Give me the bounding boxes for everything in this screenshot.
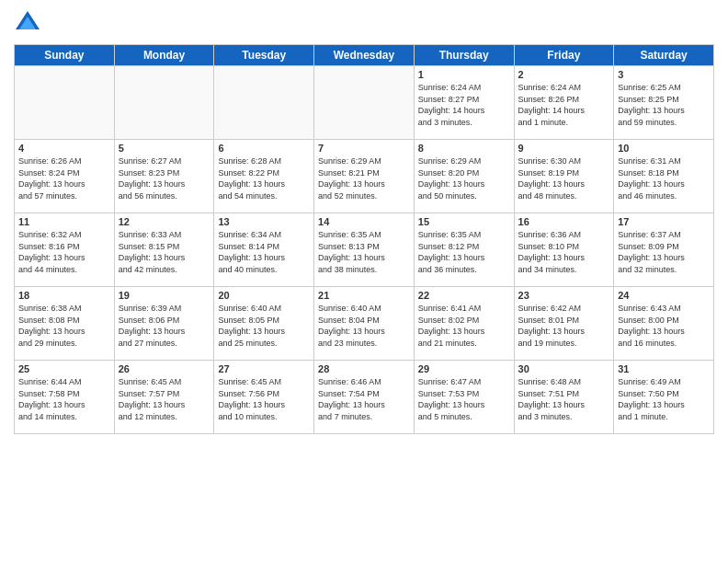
day-number: 31	[618, 363, 710, 374]
day-info: Sunrise: 6:45 AM Sunset: 7:56 PM Dayligh…	[218, 376, 310, 422]
day-header-saturday: Saturday	[614, 45, 714, 66]
day-cell: 13Sunrise: 6:34 AM Sunset: 8:14 PM Dayli…	[214, 213, 314, 287]
day-info: Sunrise: 6:48 AM Sunset: 7:51 PM Dayligh…	[518, 376, 610, 422]
day-cell: 17Sunrise: 6:37 AM Sunset: 8:09 PM Dayli…	[614, 213, 714, 287]
day-number: 10	[618, 143, 710, 154]
day-number: 2	[518, 69, 610, 80]
day-number: 14	[318, 216, 410, 227]
day-info: Sunrise: 6:47 AM Sunset: 7:53 PM Dayligh…	[418, 376, 510, 422]
day-cell: 4Sunrise: 6:26 AM Sunset: 8:24 PM Daylig…	[15, 140, 115, 213]
day-cell: 27Sunrise: 6:45 AM Sunset: 7:56 PM Dayli…	[214, 361, 314, 434]
day-info: Sunrise: 6:37 AM Sunset: 8:09 PM Dayligh…	[618, 229, 710, 275]
day-number: 21	[318, 290, 410, 301]
day-info: Sunrise: 6:36 AM Sunset: 8:10 PM Dayligh…	[518, 229, 610, 275]
day-number: 8	[418, 143, 510, 154]
day-cell: 3Sunrise: 6:25 AM Sunset: 8:25 PM Daylig…	[614, 66, 714, 140]
day-number: 26	[119, 363, 210, 374]
day-cell: 30Sunrise: 6:48 AM Sunset: 7:51 PM Dayli…	[514, 361, 614, 434]
day-info: Sunrise: 6:40 AM Sunset: 8:05 PM Dayligh…	[218, 303, 310, 349]
day-cell	[114, 66, 214, 140]
day-cell: 28Sunrise: 6:46 AM Sunset: 7:54 PM Dayli…	[314, 361, 415, 434]
day-info: Sunrise: 6:39 AM Sunset: 8:06 PM Dayligh…	[119, 303, 210, 349]
day-cell: 26Sunrise: 6:45 AM Sunset: 7:57 PM Dayli…	[114, 361, 214, 434]
week-row-2: 4Sunrise: 6:26 AM Sunset: 8:24 PM Daylig…	[15, 140, 714, 213]
day-cell	[214, 66, 314, 140]
day-header-thursday: Thursday	[414, 45, 514, 66]
logo-icon	[14, 9, 41, 37]
day-info: Sunrise: 6:43 AM Sunset: 8:00 PM Dayligh…	[618, 303, 710, 349]
day-number: 23	[518, 290, 610, 301]
day-cell: 23Sunrise: 6:42 AM Sunset: 8:01 PM Dayli…	[514, 287, 614, 361]
day-cell: 24Sunrise: 6:43 AM Sunset: 8:00 PM Dayli…	[614, 287, 714, 361]
day-info: Sunrise: 6:26 AM Sunset: 8:24 PM Dayligh…	[18, 155, 110, 201]
day-number: 12	[119, 216, 210, 227]
day-info: Sunrise: 6:30 AM Sunset: 8:19 PM Dayligh…	[518, 155, 610, 201]
day-info: Sunrise: 6:42 AM Sunset: 8:01 PM Dayligh…	[518, 303, 610, 349]
day-cell: 29Sunrise: 6:47 AM Sunset: 7:53 PM Dayli…	[414, 361, 514, 434]
day-cell: 8Sunrise: 6:29 AM Sunset: 8:20 PM Daylig…	[414, 140, 514, 213]
day-cell: 5Sunrise: 6:27 AM Sunset: 8:23 PM Daylig…	[114, 140, 214, 213]
day-cell	[314, 66, 415, 140]
day-info: Sunrise: 6:24 AM Sunset: 8:27 PM Dayligh…	[418, 82, 510, 128]
day-number: 7	[318, 143, 410, 154]
day-number: 17	[618, 216, 710, 227]
day-cell: 19Sunrise: 6:39 AM Sunset: 8:06 PM Dayli…	[114, 287, 214, 361]
day-cell: 6Sunrise: 6:28 AM Sunset: 8:22 PM Daylig…	[214, 140, 314, 213]
day-cell	[15, 66, 115, 140]
day-cell: 7Sunrise: 6:29 AM Sunset: 8:21 PM Daylig…	[314, 140, 415, 213]
calendar: SundayMondayTuesdayWednesdayThursdayFrid…	[14, 44, 714, 434]
day-number: 4	[18, 143, 110, 154]
day-cell: 11Sunrise: 6:32 AM Sunset: 8:16 PM Dayli…	[15, 213, 115, 287]
day-info: Sunrise: 6:32 AM Sunset: 8:16 PM Dayligh…	[18, 229, 110, 275]
day-cell: 12Sunrise: 6:33 AM Sunset: 8:15 PM Dayli…	[114, 213, 214, 287]
day-number: 22	[418, 290, 510, 301]
week-row-1: 1Sunrise: 6:24 AM Sunset: 8:27 PM Daylig…	[15, 66, 714, 140]
day-number: 20	[218, 290, 310, 301]
day-header-wednesday: Wednesday	[314, 45, 415, 66]
day-info: Sunrise: 6:24 AM Sunset: 8:26 PM Dayligh…	[518, 82, 610, 128]
page-header	[14, 9, 714, 37]
day-number: 9	[518, 143, 610, 154]
day-info: Sunrise: 6:33 AM Sunset: 8:15 PM Dayligh…	[119, 229, 210, 275]
day-info: Sunrise: 6:45 AM Sunset: 7:57 PM Dayligh…	[119, 376, 210, 422]
day-info: Sunrise: 6:25 AM Sunset: 8:25 PM Dayligh…	[618, 82, 710, 128]
day-cell: 16Sunrise: 6:36 AM Sunset: 8:10 PM Dayli…	[514, 213, 614, 287]
day-cell: 9Sunrise: 6:30 AM Sunset: 8:19 PM Daylig…	[514, 140, 614, 213]
day-number: 27	[218, 363, 310, 374]
day-info: Sunrise: 6:27 AM Sunset: 8:23 PM Dayligh…	[119, 155, 210, 201]
day-cell: 25Sunrise: 6:44 AM Sunset: 7:58 PM Dayli…	[15, 361, 115, 434]
day-info: Sunrise: 6:35 AM Sunset: 8:12 PM Dayligh…	[418, 229, 510, 275]
day-number: 5	[119, 143, 210, 154]
day-info: Sunrise: 6:35 AM Sunset: 8:13 PM Dayligh…	[318, 229, 410, 275]
day-number: 28	[318, 363, 410, 374]
day-cell: 31Sunrise: 6:49 AM Sunset: 7:50 PM Dayli…	[614, 361, 714, 434]
day-number: 6	[218, 143, 310, 154]
day-cell: 22Sunrise: 6:41 AM Sunset: 8:02 PM Dayli…	[414, 287, 514, 361]
day-number: 29	[418, 363, 510, 374]
logo	[14, 9, 45, 37]
day-cell: 20Sunrise: 6:40 AM Sunset: 8:05 PM Dayli…	[214, 287, 314, 361]
day-number: 11	[18, 216, 110, 227]
day-number: 19	[119, 290, 210, 301]
day-info: Sunrise: 6:40 AM Sunset: 8:04 PM Dayligh…	[318, 303, 410, 349]
day-number: 30	[518, 363, 610, 374]
day-number: 25	[18, 363, 110, 374]
week-row-4: 18Sunrise: 6:38 AM Sunset: 8:08 PM Dayli…	[15, 287, 714, 361]
day-info: Sunrise: 6:41 AM Sunset: 8:02 PM Dayligh…	[418, 303, 510, 349]
day-number: 3	[618, 69, 710, 80]
day-number: 16	[518, 216, 610, 227]
week-row-5: 25Sunrise: 6:44 AM Sunset: 7:58 PM Dayli…	[15, 361, 714, 434]
day-number: 18	[18, 290, 110, 301]
day-info: Sunrise: 6:46 AM Sunset: 7:54 PM Dayligh…	[318, 376, 410, 422]
day-number: 24	[618, 290, 710, 301]
day-info: Sunrise: 6:29 AM Sunset: 8:20 PM Dayligh…	[418, 155, 510, 201]
calendar-header: SundayMondayTuesdayWednesdayThursdayFrid…	[15, 45, 714, 66]
day-cell: 14Sunrise: 6:35 AM Sunset: 8:13 PM Dayli…	[314, 213, 415, 287]
calendar-body: 1Sunrise: 6:24 AM Sunset: 8:27 PM Daylig…	[15, 66, 714, 434]
day-cell: 21Sunrise: 6:40 AM Sunset: 8:04 PM Dayli…	[314, 287, 415, 361]
day-header-tuesday: Tuesday	[214, 45, 314, 66]
day-info: Sunrise: 6:44 AM Sunset: 7:58 PM Dayligh…	[18, 376, 110, 422]
day-info: Sunrise: 6:28 AM Sunset: 8:22 PM Dayligh…	[218, 155, 310, 201]
day-info: Sunrise: 6:29 AM Sunset: 8:21 PM Dayligh…	[318, 155, 410, 201]
day-cell: 1Sunrise: 6:24 AM Sunset: 8:27 PM Daylig…	[414, 66, 514, 140]
